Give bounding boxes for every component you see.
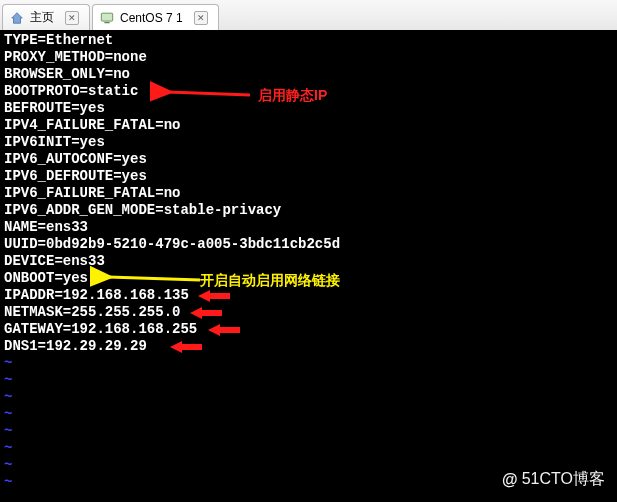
tab-bar: 主页 ✕ CentOS 7 1 ✕ xyxy=(0,0,617,30)
config-line: NETMASK=255.255.255.0 xyxy=(4,304,613,321)
vim-empty-line: ~ xyxy=(4,406,613,423)
config-line: IPV6INIT=yes xyxy=(4,134,613,151)
monitor-icon xyxy=(99,10,115,26)
vim-empty-line: ~ xyxy=(4,355,613,372)
svg-rect-0 xyxy=(101,13,112,21)
close-icon[interactable]: ✕ xyxy=(65,11,79,25)
config-line: IPV6_DEFROUTE=yes xyxy=(4,168,613,185)
config-line: IPV6_AUTOCONF=yes xyxy=(4,151,613,168)
terminal[interactable]: TYPE=Ethernet PROXY_METHOD=none BROWSER_… xyxy=(0,30,617,502)
config-line: BOOTPROTO=static xyxy=(4,83,613,100)
watermark: @ 51CTO博客 xyxy=(502,469,605,490)
config-line: NAME=ens33 xyxy=(4,219,613,236)
config-line: TYPE=Ethernet xyxy=(4,32,613,49)
config-line: DNS1=192.29.29.29 xyxy=(4,338,613,355)
config-line: GATEWAY=192.168.168.255 xyxy=(4,321,613,338)
tab-home-label: 主页 xyxy=(30,9,54,26)
config-line: BEFROUTE=yes xyxy=(4,100,613,117)
config-line: PROXY_METHOD=none xyxy=(4,49,613,66)
tab-centos-label: CentOS 7 1 xyxy=(120,11,183,25)
config-line: IPV6_ADDR_GEN_MODE=stable-privacy xyxy=(4,202,613,219)
config-line: IPV6_FAILURE_FATAL=no xyxy=(4,185,613,202)
home-icon xyxy=(9,10,25,26)
vim-empty-line: ~ xyxy=(4,423,613,440)
config-line: IPV4_FAILURE_FATAL=no xyxy=(4,117,613,134)
config-line: DEVICE=ens33 xyxy=(4,253,613,270)
vim-empty-line: ~ xyxy=(4,389,613,406)
close-icon[interactable]: ✕ xyxy=(194,11,208,25)
vim-empty-line: ~ xyxy=(4,372,613,389)
svg-rect-1 xyxy=(104,21,109,22)
vim-empty-line: ~ xyxy=(4,440,613,457)
tab-home[interactable]: 主页 ✕ xyxy=(2,4,90,30)
at-icon: @ xyxy=(502,471,518,489)
tab-centos[interactable]: CentOS 7 1 ✕ xyxy=(92,4,219,30)
config-line: UUID=0bd92b9-5210-479c-a005-3bdc11cb2c5d xyxy=(4,236,613,253)
config-line: BROWSER_ONLY=no xyxy=(4,66,613,83)
config-line: ONBOOT=yes xyxy=(4,270,613,287)
watermark-text: 51CTO博客 xyxy=(522,469,605,490)
config-line: IPADDR=192.168.168.135 xyxy=(4,287,613,304)
